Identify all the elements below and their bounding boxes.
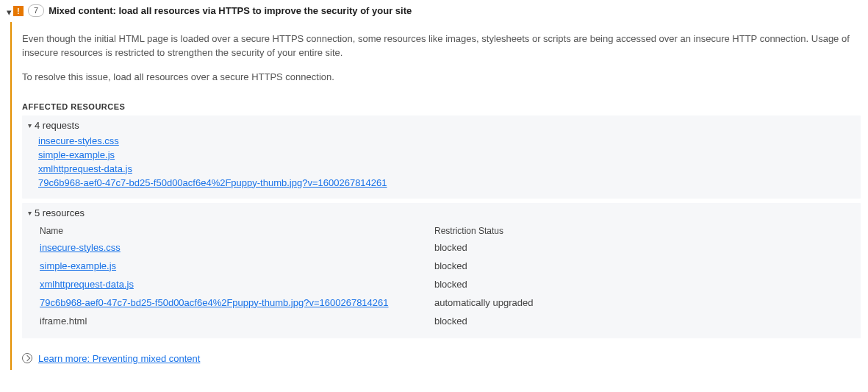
resources-section: ▾ 5 resources Name Restriction Status in…: [22, 203, 861, 338]
arrow-circle-icon: [22, 353, 32, 363]
caret-down-icon: ▾: [28, 121, 32, 129]
requests-section: ▾ 4 requests insecure-styles.css simple-…: [22, 115, 861, 199]
col-name-header: Name: [40, 224, 433, 238]
resources-section-title: 5 resources: [35, 207, 85, 218]
caret-down-icon: ▾: [28, 209, 32, 217]
resource-link[interactable]: 79c6b968-aef0-47c7-bd25-f50d00acf6e4%2Fp…: [40, 297, 389, 308]
resources-section-toggle[interactable]: ▾ 5 resources: [28, 207, 855, 218]
requests-section-title: 4 requests: [35, 120, 79, 131]
resource-row: insecure-styles.css blocked: [40, 239, 864, 256]
resource-link[interactable]: insecure-styles.css: [40, 242, 121, 253]
resource-row: simple-example.js blocked: [40, 257, 864, 274]
requests-section-toggle[interactable]: ▾ 4 requests: [28, 120, 855, 131]
resource-status: automatically upgraded: [434, 294, 864, 311]
request-link[interactable]: simple-example.js: [38, 149, 855, 160]
issue-title: Mixed content: load all resources via HT…: [49, 5, 412, 16]
issue-explanation-1: Even though the initial HTML page is loa…: [22, 32, 861, 60]
warning-icon: [13, 6, 24, 16]
resource-status: blocked: [434, 276, 864, 293]
affected-resources-header: AFFECTED RESOURCES: [22, 102, 861, 111]
resource-status: blocked: [434, 313, 864, 329]
issue-count-pill: 7: [28, 4, 44, 17]
resource-row: iframe.html blocked: [40, 313, 864, 329]
request-link[interactable]: insecure-styles.css: [38, 135, 855, 146]
resource-link[interactable]: simple-example.js: [40, 260, 116, 271]
resource-link[interactable]: xmlhttprequest-data.js: [40, 279, 134, 290]
resource-status: blocked: [434, 257, 864, 274]
learn-more-link[interactable]: Learn more: Preventing mixed content: [38, 353, 200, 364]
expand-caret[interactable]: ▾: [4, 4, 13, 18]
resource-row: 79c6b968-aef0-47c7-bd25-f50d00acf6e4%2Fp…: [40, 294, 864, 311]
resource-status: blocked: [434, 239, 864, 256]
resource-row: xmlhttprequest-data.js blocked: [40, 276, 864, 293]
resource-name: iframe.html: [40, 316, 87, 327]
issue-explanation-2: To resolve this issue, load all resource…: [22, 71, 861, 85]
col-status-header: Restriction Status: [434, 224, 864, 238]
request-link[interactable]: xmlhttprequest-data.js: [38, 163, 855, 174]
request-link[interactable]: 79c6b968-aef0-47c7-bd25-f50d00acf6e4%2Fp…: [38, 177, 855, 188]
